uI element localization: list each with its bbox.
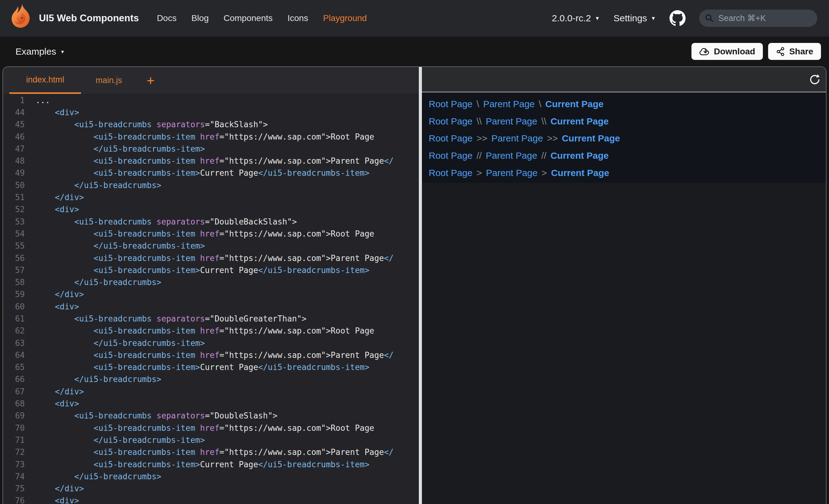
breadcrumb-row: Root Page\Parent Page\Current Page xyxy=(429,95,826,113)
chevron-down-icon: ▼ xyxy=(595,16,600,21)
breadcrumb-link[interactable]: Parent Page xyxy=(485,150,537,161)
breadcrumb-separator: \ xyxy=(477,99,479,109)
line-number: 62 xyxy=(3,326,25,335)
main-nav: DocsBlogComponentsIconsPlayground xyxy=(157,13,367,23)
code-line: 54 <ui5-breadcrumbs-item href="https://w… xyxy=(3,228,419,240)
chevron-down-icon: ▼ xyxy=(651,16,656,21)
breadcrumb-link[interactable]: Root Page xyxy=(429,133,473,144)
tab-label: main.js xyxy=(96,76,122,85)
line-number: 61 xyxy=(3,314,25,323)
search-input[interactable]: Search ⌘+K xyxy=(699,9,817,27)
search-placeholder: Search ⌘+K xyxy=(718,13,766,23)
refresh-icon xyxy=(809,74,820,85)
line-number: 66 xyxy=(3,375,25,384)
breadcrumb-row: Root Page>>Parent Page>>Current Page xyxy=(429,130,826,147)
nav-item-blog[interactable]: Blog xyxy=(191,13,209,23)
examples-label: Examples xyxy=(15,46,56,57)
nav-item-playground[interactable]: Playground xyxy=(323,13,367,23)
code-line: 69 <ui5-breadcrumbs separators="DoubleSl… xyxy=(3,410,419,422)
preview-pane: Root Page\Parent Page\Current PageRoot P… xyxy=(422,67,826,504)
breadcrumb-link[interactable]: Parent Page xyxy=(483,99,535,109)
tab-main-js[interactable]: main.js xyxy=(85,67,132,94)
code-line: 58 </ui5-breadcrumbs> xyxy=(3,276,419,288)
line-number: 55 xyxy=(3,241,25,250)
breadcrumb-separator: >> xyxy=(547,133,558,144)
editor-tabbar: index.html main.js + xyxy=(3,67,419,94)
pane-resizer[interactable] xyxy=(419,67,422,504)
tab-label: index.html xyxy=(26,75,64,85)
share-button[interactable]: Share xyxy=(768,43,821,60)
code-line: 46 <ui5-breadcrumbs-item href="https://w… xyxy=(3,131,419,143)
code-line: 66 </ui5-breadcrumbs> xyxy=(3,373,419,385)
code-line: 72 <ui5-breadcrumbs-item href="https://w… xyxy=(3,446,419,458)
code-line: 68 <div> xyxy=(3,397,419,410)
code-line: 48 <ui5-breadcrumbs-item href="https://w… xyxy=(3,155,419,167)
breadcrumb-separator: // xyxy=(541,150,546,161)
nav-item-docs[interactable]: Docs xyxy=(157,13,177,23)
line-number: 57 xyxy=(3,266,25,275)
code-line: 64 <ui5-breadcrumbs-item href="https://w… xyxy=(3,349,419,361)
code-line: 52 <div> xyxy=(3,203,419,216)
breadcrumb-current: Current Page xyxy=(562,133,620,144)
code-line: 50 </ui5-breadcrumbs> xyxy=(3,179,419,191)
breadcrumb-row: Root Page\\Parent Page\\Current Page xyxy=(429,113,826,130)
top-navbar: UI5 Web Components DocsBlogComponentsIco… xyxy=(0,0,829,36)
breadcrumb-link[interactable]: Root Page xyxy=(429,116,473,127)
line-number: 73 xyxy=(3,460,25,469)
cloud-download-icon xyxy=(699,47,710,56)
toolbar-actions: Download Share xyxy=(691,43,821,60)
brand-title[interactable]: UI5 Web Components xyxy=(39,13,139,24)
code-line: 53 <ui5-breadcrumbs separators="DoubleBa… xyxy=(3,216,419,228)
code-line: 55 </ui5-breadcrumbs-item> xyxy=(3,240,419,252)
line-number: 52 xyxy=(3,205,25,214)
breadcrumb-link[interactable]: Parent Page xyxy=(486,168,538,178)
chevron-down-icon: ▼ xyxy=(60,49,65,54)
code-line: 71 </ui5-breadcrumbs-item> xyxy=(3,434,419,446)
line-number: 53 xyxy=(3,217,25,226)
code-line: 1... xyxy=(3,94,419,106)
download-button[interactable]: Download xyxy=(691,43,763,60)
line-number: 67 xyxy=(3,387,25,396)
refresh-button[interactable] xyxy=(809,74,820,85)
line-number: 44 xyxy=(3,108,25,117)
line-number: 49 xyxy=(3,168,25,178)
line-number: 58 xyxy=(3,278,25,287)
search-icon xyxy=(705,13,714,23)
line-number: 54 xyxy=(3,229,25,238)
breadcrumb-link[interactable]: Root Page xyxy=(429,99,473,109)
code-editor[interactable]: 1...44 <div>45 <ui5-breadcrumbs separato… xyxy=(3,94,419,504)
settings-dropdown[interactable]: Settings ▼ xyxy=(614,13,656,24)
breadcrumb-separator: >> xyxy=(477,133,488,144)
examples-toolbar: Examples ▼ Download Share xyxy=(0,36,829,66)
breadcrumb-link[interactable]: Parent Page xyxy=(485,116,537,127)
version-dropdown[interactable]: 2.0.0-rc.2 ▼ xyxy=(552,13,600,24)
preview-frame: Root Page\Parent Page\Current PageRoot P… xyxy=(422,92,826,183)
code-line: 75 </div> xyxy=(3,483,419,495)
line-number: 68 xyxy=(3,399,25,408)
breadcrumb-row: Root Page//Parent Page//Current Page xyxy=(429,147,826,164)
code-line: 60 <div> xyxy=(3,301,419,313)
breadcrumb-current: Current Page xyxy=(545,99,603,109)
code-line: 65 <ui5-breadcrumbs-item>Current Page</u… xyxy=(3,361,419,373)
breadcrumb-separator: \\ xyxy=(541,116,546,127)
nav-item-components[interactable]: Components xyxy=(223,13,273,23)
breadcrumb-link[interactable]: Root Page xyxy=(429,168,473,178)
github-link[interactable] xyxy=(670,10,686,26)
code-line: 47 </ui5-breadcrumbs-item> xyxy=(3,143,419,155)
breadcrumb-link[interactable]: Root Page xyxy=(429,150,473,161)
breadcrumb-link[interactable]: Parent Page xyxy=(492,133,543,144)
tab-index-html[interactable]: index.html xyxy=(9,67,81,94)
code-line: 61 <ui5-breadcrumbs separators="DoubleGr… xyxy=(3,313,419,324)
version-label: 2.0.0-rc.2 xyxy=(552,13,591,24)
new-tab-button[interactable]: + xyxy=(143,67,158,94)
line-number: 72 xyxy=(3,448,25,457)
nav-item-icons[interactable]: Icons xyxy=(287,13,308,23)
examples-dropdown[interactable]: Examples ▼ xyxy=(15,46,65,57)
code-line: 62 <ui5-breadcrumbs-item href="https://w… xyxy=(3,325,419,337)
line-number: 74 xyxy=(3,472,25,481)
line-number: 69 xyxy=(3,411,25,420)
line-number: 46 xyxy=(3,132,25,142)
line-number: 76 xyxy=(3,496,25,504)
github-icon xyxy=(670,10,686,26)
ui5-phoenix-logo-icon[interactable] xyxy=(9,4,34,33)
